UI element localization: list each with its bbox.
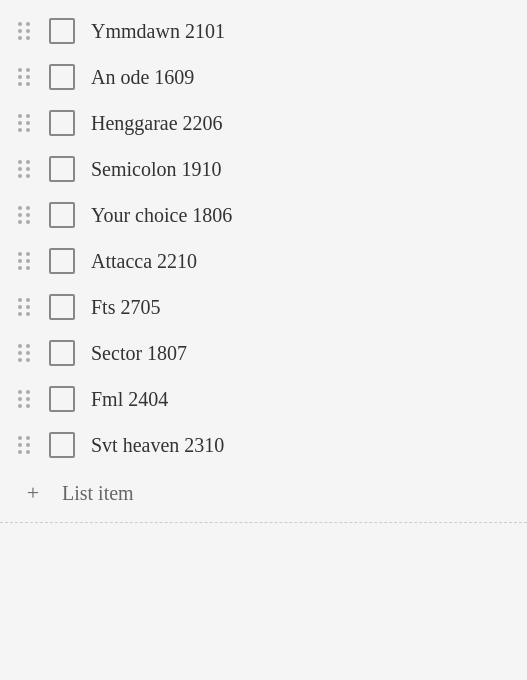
item-checkbox[interactable]	[49, 18, 75, 44]
drag-handle-icon[interactable]	[16, 434, 33, 456]
list-item: Svt heaven 2310	[0, 422, 527, 468]
drag-handle-icon[interactable]	[16, 342, 33, 364]
item-checkbox[interactable]	[49, 64, 75, 90]
add-icon: +	[20, 480, 46, 506]
item-label: An ode 1609	[91, 66, 194, 89]
item-checkbox[interactable]	[49, 248, 75, 274]
item-label: Ymmdawn 2101	[91, 20, 225, 43]
drag-handle-icon[interactable]	[16, 296, 33, 318]
drag-handle-icon[interactable]	[16, 112, 33, 134]
item-label: Attacca 2210	[91, 250, 197, 273]
drag-handle-icon[interactable]	[16, 250, 33, 272]
list-item: Your choice 1806	[0, 192, 527, 238]
list-item: Fts 2705	[0, 284, 527, 330]
list-item: Fml 2404	[0, 376, 527, 422]
item-label: Your choice 1806	[91, 204, 232, 227]
drag-handle-icon[interactable]	[16, 66, 33, 88]
drag-handle-icon[interactable]	[16, 388, 33, 410]
item-checkbox[interactable]	[49, 156, 75, 182]
item-label: Fml 2404	[91, 388, 168, 411]
add-item-row[interactable]: +List item	[0, 468, 527, 518]
item-checkbox[interactable]	[49, 294, 75, 320]
add-item-label: List item	[62, 482, 134, 505]
item-label: Fts 2705	[91, 296, 160, 319]
item-label: Semicolon 1910	[91, 158, 222, 181]
item-label: Henggarae 2206	[91, 112, 223, 135]
list-item: Ymmdawn 2101	[0, 8, 527, 54]
item-checkbox[interactable]	[49, 432, 75, 458]
list-item: Attacca 2210	[0, 238, 527, 284]
checklist: Ymmdawn 2101An ode 1609Henggarae 2206Sem…	[0, 0, 527, 535]
item-checkbox[interactable]	[49, 202, 75, 228]
item-checkbox[interactable]	[49, 110, 75, 136]
list-item: An ode 1609	[0, 54, 527, 100]
section-divider	[0, 522, 527, 523]
list-item: Sector 1807	[0, 330, 527, 376]
item-label: Svt heaven 2310	[91, 434, 224, 457]
list-item: Henggarae 2206	[0, 100, 527, 146]
list-item: Semicolon 1910	[0, 146, 527, 192]
drag-handle-icon[interactable]	[16, 204, 33, 226]
item-checkbox[interactable]	[49, 340, 75, 366]
item-checkbox[interactable]	[49, 386, 75, 412]
drag-handle-icon[interactable]	[16, 20, 33, 42]
drag-handle-icon[interactable]	[16, 158, 33, 180]
item-label: Sector 1807	[91, 342, 187, 365]
